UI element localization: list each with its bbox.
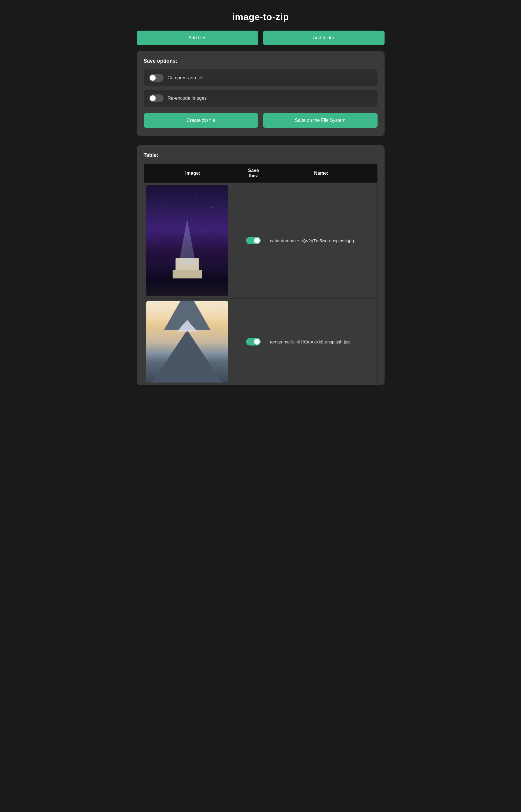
reencode-row: Re-encode images (144, 90, 378, 107)
image-thumbnail-1 (146, 185, 228, 296)
image-thumbnail-2 (146, 301, 228, 383)
save-options-title: Save options: (144, 58, 378, 64)
reencode-label: Re-encode images (168, 96, 207, 101)
reencode-slider (149, 94, 163, 102)
action-buttons-row: Create zip file Save on the File System (144, 113, 378, 128)
compress-zip-toggle[interactable] (149, 74, 163, 82)
mountain-decoration (152, 330, 222, 383)
cell-name-1: catia-dombaxe-cQv2qTql5wo-unsplash.jpg (265, 183, 378, 298)
app-title: image-to-zip (137, 12, 385, 22)
reencode-toggle[interactable] (149, 94, 163, 102)
add-folder-button[interactable]: Add folder (263, 30, 385, 45)
table-header-row: Image: Save this: Name: (144, 164, 377, 183)
cell-image-2 (144, 298, 242, 385)
save-slider-1 (246, 237, 260, 244)
save-filesystem-button[interactable]: Save on the File System (263, 113, 378, 128)
cell-save-1 (242, 183, 265, 298)
save-toggle-2[interactable] (246, 338, 260, 345)
create-zip-button[interactable]: Create zip file (144, 113, 258, 128)
col-header-name: Name: (265, 164, 378, 183)
add-files-button[interactable]: Add files (137, 30, 258, 45)
table-row: catia-dombaxe-cQv2qTql5wo-unsplash.jpg (144, 183, 377, 298)
table-row: tomas-malik-n678BuAkXk8-unsplash.jpg (144, 298, 377, 385)
save-toggle-1[interactable] (246, 237, 260, 244)
col-header-save: Save this: (242, 164, 265, 183)
compress-zip-row: Compress zip file (144, 69, 378, 86)
save-options-panel: Save options: Compress zip file Re-encod… (137, 51, 385, 136)
cell-name-2: tomas-malik-n678BuAkXk8-unsplash.jpg (265, 298, 378, 385)
compress-zip-label: Compress zip file (168, 75, 204, 81)
save-slider-2 (246, 338, 260, 345)
compress-zip-slider (149, 74, 163, 82)
col-header-image: Image: (144, 164, 242, 183)
images-table: Image: Save this: Name: (144, 163, 378, 385)
app-container: image-to-zip Add files Add folder Save o… (131, 6, 390, 400)
snow-cap-decoration (177, 320, 197, 332)
cell-save-2 (242, 298, 265, 385)
headlight-beam (178, 219, 196, 265)
top-buttons-row: Add files Add folder (137, 30, 385, 45)
cell-image-1 (144, 183, 242, 298)
table-panel: Table: Image: Save this: Name: (137, 145, 385, 385)
table-title: Table: (144, 152, 378, 158)
